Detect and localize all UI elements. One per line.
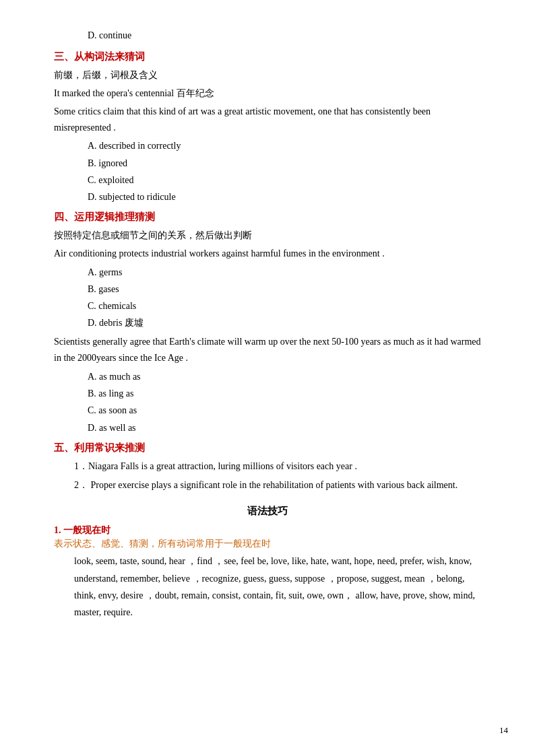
section5-title: 五、利用常识来推测	[54, 442, 481, 454]
section4-example1: Air conditioning protects industrial wor…	[54, 246, 481, 262]
section4-opt2-b: B. as ling as	[88, 385, 481, 402]
section3-sub: 前缀，后缀，词根及含义	[54, 67, 481, 83]
section4-example2: Scientists generally agree that Earth's …	[54, 334, 481, 366]
section4-opt2-d: D. as well as	[88, 419, 481, 436]
grammar-sub1-desc: 表示状态、感觉、猜测，所有动词常用于一般现在时	[54, 538, 481, 550]
section3-option-d: D. subjected to ridicule	[88, 188, 481, 205]
grammar-sub1-title: 1. 一般现在时	[54, 524, 481, 537]
section4-opt2-a: A. as much as	[88, 368, 481, 385]
section4-opt1-a: A. germs	[88, 264, 481, 281]
option-d-continue: D. continue	[88, 27, 481, 44]
section3-example1: It marked the opera's centennial 百年纪念	[54, 85, 481, 102]
page-number: 14	[499, 725, 508, 736]
grammar-section: 1. 一般现在时 表示状态、感觉、猜测，所有动词常用于一般现在时 look, s…	[54, 524, 481, 621]
section4-title: 四、运用逻辑推理猜测	[54, 211, 481, 224]
grammar-sub1-body: look, seem, taste, sound, hear ，find ，se…	[74, 553, 481, 621]
section4-opt1-b: B. gases	[88, 281, 481, 298]
section3-option-a: A. described in correctly	[88, 137, 481, 154]
grammar-center-title: 语法技巧	[54, 505, 481, 518]
section5-item2: 2． Proper exercise plays a significant r…	[74, 477, 481, 493]
section3-title: 三、从构词法来猜词	[54, 50, 481, 63]
section4-opt1-d: D. debris 废墟	[88, 314, 481, 331]
section3-example2: Some critics claim that this kind of art…	[54, 104, 481, 136]
section4-opt1-c: C. chemicals	[88, 298, 481, 314]
page: D. continue 三、从构词法来猜词 前缀，后缀，词根及含义 It mar…	[0, 0, 535, 756]
section4-opt2-c: C. as soon as	[88, 402, 481, 419]
section4-sub: 按照特定信息或细节之间的关系，然后做出判断	[54, 228, 481, 244]
section3-option-c: C. exploited	[88, 172, 481, 188]
section3-option-b: B. ignored	[88, 155, 481, 172]
section5-item1: 1．Niagara Falls is a great attraction, l…	[74, 458, 481, 475]
